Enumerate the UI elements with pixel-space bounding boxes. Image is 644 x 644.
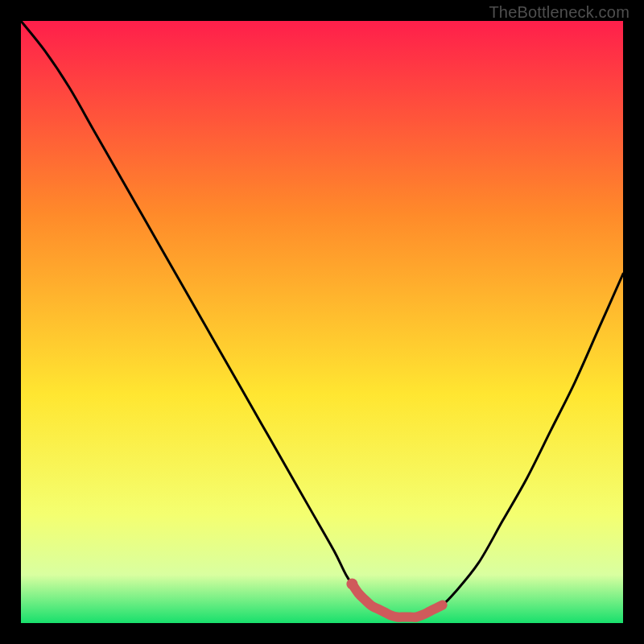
plot-area	[21, 21, 623, 623]
watermark-text: TheBottleneck.com	[489, 3, 630, 22]
chart-svg	[21, 21, 623, 623]
chart-container: TheBottleneck.com	[0, 0, 644, 644]
optimal-start-dot	[346, 578, 357, 589]
gradient-background	[21, 21, 623, 623]
